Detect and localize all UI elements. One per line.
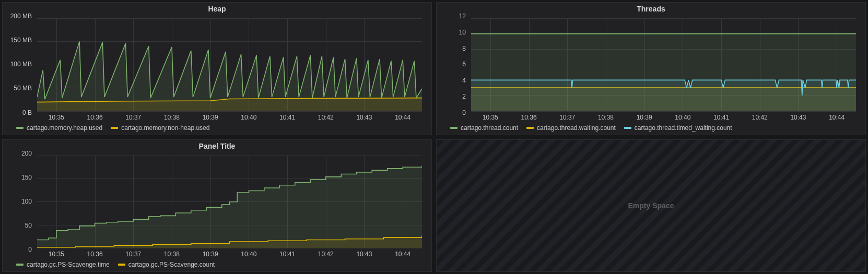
x-tick-label: 10:40 [241,114,256,121]
chart-threads: 024681012 [437,16,865,113]
legend-item[interactable]: cartago.gc.PS-Scavenge.count [118,261,215,268]
panel-empty[interactable]: Empty Space [436,139,866,272]
x-tick-label: 10:44 [395,114,410,121]
x-tick-label: 10:35 [49,251,64,258]
panel-threads[interactable]: Threads 024681012 10:3510:3610:3710:3810… [436,2,866,135]
x-tick-label: 10:37 [559,114,575,121]
legend-label: cartago.gc.PS-Scavenge.time [27,261,110,268]
y-tick-label: 6 [462,61,466,68]
x-tick-label: 10:40 [241,251,256,258]
legend-gc: cartago.gc.PS-Scavenge.timecartago.gc.PS… [3,259,431,271]
x-tick-label: 10:37 [125,114,141,121]
legend-item[interactable]: cartago.memory.heap.used [16,124,102,132]
y-tick-label: 50 [25,222,32,229]
x-tick-label: 10:35 [483,114,498,121]
legend-item[interactable]: cartago.thread.timed_waiting.count [624,124,732,132]
chart-gc: 050100150200 [3,153,431,250]
legend-swatch [624,127,631,129]
x-tick-label: 10:39 [203,114,218,121]
x-tick-label: 10:41 [279,251,295,258]
y-tick-label: 0 B [22,109,32,116]
x-tick-label: 10:43 [790,114,806,121]
x-tick-label: 10:41 [279,114,295,121]
y-tick-label: 0 [462,109,466,116]
legend-swatch [526,127,534,129]
x-axis-heap: 10:3510:3610:3710:3810:3910:4010:4110:42… [37,113,422,122]
legend-swatch [16,127,24,129]
x-tick-label: 10:40 [675,114,690,121]
legend-swatch [16,264,24,266]
y-tick-label: 12 [459,13,466,20]
panel-title-heap: Heap [3,3,431,16]
y-tick-label: 100 MB [10,61,32,68]
empty-space-label: Empty Space [628,201,674,210]
x-tick-label: 10:42 [752,114,768,121]
x-tick-label: 10:44 [829,114,844,121]
x-tick-label: 10:36 [521,114,537,121]
y-tick-label: 2 [462,93,466,100]
legend-item[interactable]: cartago.memory.non-heap.used [111,124,209,132]
x-axis-threads: 10:3510:3610:3710:3810:3910:4010:4110:42… [471,113,856,122]
y-tick-label: 100 [21,198,32,205]
x-tick-label: 10:43 [356,114,372,121]
legend-label: cartago.gc.PS-Scavenge.count [128,261,215,268]
panel-title-threads: Threads [437,3,865,16]
y-tick-label: 200 [21,150,32,157]
x-tick-label: 10:42 [318,114,334,121]
legend-label: cartago.thread.waiting.count [537,124,616,132]
x-tick-label: 10:36 [87,114,103,121]
x-tick-label: 10:38 [598,114,614,121]
legend-swatch [450,127,458,129]
x-tick-label: 10:37 [125,251,141,258]
legend-heap: cartago.memory.heap.usedcartago.memory.n… [3,122,431,135]
x-tick-label: 10:41 [713,114,729,121]
y-tick-label: 10 [459,29,466,36]
legend-swatch [118,264,125,266]
x-tick-label: 10:44 [395,251,410,258]
legend-item[interactable]: cartago.gc.PS-Scavenge.time [16,261,110,268]
legend-label: cartago.memory.heap.used [27,124,102,132]
legend-swatch [111,127,118,129]
y-tick-label: 150 MB [10,37,32,44]
chart-heap: 0 B50 MB100 MB150 MB200 MB [3,16,431,113]
legend-label: cartago.thread.count [461,124,518,132]
panel-title-gc: Panel Title [3,140,431,153]
legend-label: cartago.memory.non-heap.used [121,124,209,132]
legend-threads: cartago.thread.countcartago.thread.waiti… [437,122,865,135]
y-tick-label: 0 [28,246,32,253]
x-tick-label: 10:38 [164,114,180,121]
legend-item[interactable]: cartago.thread.waiting.count [526,124,616,132]
x-tick-label: 10:43 [356,251,372,258]
y-tick-label: 4 [462,77,466,84]
x-tick-label: 10:39 [637,114,652,121]
y-tick-label: 8 [462,45,466,52]
y-tick-label: 200 MB [10,13,32,20]
panel-heap[interactable]: Heap 0 B50 MB100 MB150 MB200 MB 10:3510:… [2,2,432,135]
x-tick-label: 10:38 [164,251,180,258]
panel-gc[interactable]: Panel Title 050100150200 10:3510:3610:37… [2,139,432,272]
x-tick-label: 10:35 [49,114,64,121]
x-axis-gc: 10:3510:3610:3710:3810:3910:4010:4110:42… [37,249,422,259]
legend-item[interactable]: cartago.thread.count [450,124,518,132]
x-tick-label: 10:39 [203,251,218,258]
y-tick-label: 150 [21,174,32,181]
y-tick-label: 50 MB [14,85,32,92]
x-tick-label: 10:36 [87,251,103,258]
x-tick-label: 10:42 [318,251,334,258]
legend-label: cartago.thread.timed_waiting.count [635,124,732,132]
